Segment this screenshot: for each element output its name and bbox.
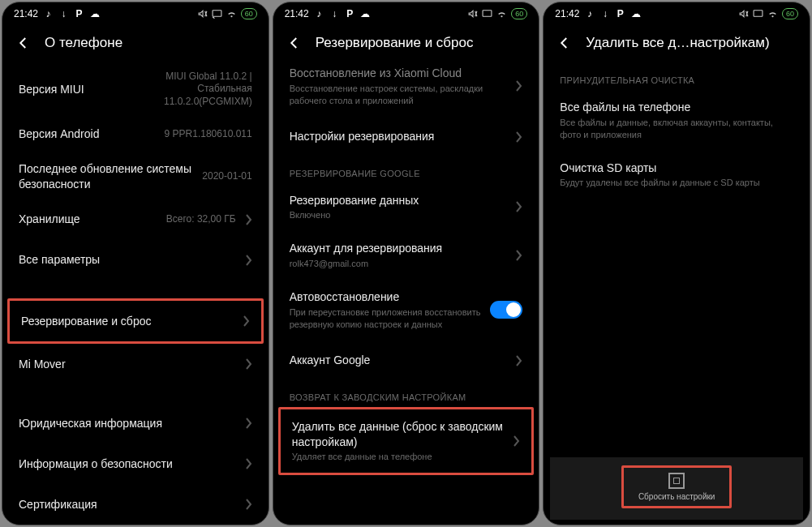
chevron-right-icon	[516, 355, 522, 366]
back-button[interactable]	[15, 35, 32, 51]
download-icon: ↓	[58, 9, 69, 19]
row-certification[interactable]: Сертификация	[2, 484, 269, 525]
phone-screen-2: 21:42 ♪ ↓ P ☁ 60 Резервирование и сброс	[273, 2, 540, 525]
phone-screen-1: 21:42 ♪ ↓ P ☁ 60 О телефоне Версия MIUI	[2, 2, 269, 525]
tiktok-icon: ♪	[314, 9, 324, 19]
download-icon: ↓	[329, 9, 340, 19]
row-all-files[interactable]: Все файлы на телефоне Все файлы и данные…	[543, 90, 810, 151]
chevron-right-icon	[516, 80, 522, 92]
row-storage[interactable]: Хранилище Всего: 32,00 ГБ	[2, 199, 269, 240]
row-data-backup[interactable]: Резервирование данных Включено	[273, 183, 539, 232]
svg-rect-2	[754, 11, 763, 17]
row-backup-settings[interactable]: Настройки резервирования	[273, 117, 539, 157]
battery-indicator: 60	[782, 8, 798, 19]
wifi-icon	[226, 9, 237, 19]
row-erase-all-data[interactable]: Удалить все данные (сброс к заводским на…	[281, 409, 532, 473]
row-legal-info[interactable]: Юридическая информация	[2, 403, 269, 443]
highlight-box-erase: Удалить все данные (сброс к заводским на…	[278, 407, 535, 476]
section-factory-reset: ВОЗВРАТ К ЗАВОДСКИМ НАСТРОЙКАМ	[273, 381, 539, 407]
row-xiaomi-cloud-restore[interactable]: Восстановление из Xiaomi Cloud Восстанов…	[273, 64, 539, 117]
page-title: Удалить все д…настройкам)	[586, 35, 797, 51]
cast-icon	[482, 9, 492, 19]
cast-icon	[212, 9, 222, 19]
reset-settings-label[interactable]: Сбросить настройки	[638, 492, 715, 501]
app-bar: Удалить все д…настройкам)	[543, 25, 810, 64]
row-backup-account[interactable]: Аккаунт для резервирования rolk473@gmail…	[273, 231, 539, 280]
phone-screen-3: 21:42 ♪ ↓ P ☁ 60 Удалить все д…настройка…	[543, 2, 810, 525]
page-title: О телефоне	[45, 35, 256, 51]
section-google-backup: РЕЗЕРВИРОВАНИЕ GOOGLE	[273, 157, 539, 183]
chevron-right-icon	[246, 499, 252, 510]
chevron-right-icon	[516, 250, 522, 261]
chevron-right-icon	[246, 358, 252, 370]
mute-icon	[197, 9, 208, 19]
p-icon: P	[615, 9, 625, 19]
reset-settings-icon[interactable]	[668, 473, 685, 489]
row-android-version[interactable]: Версия Android 9 PPR1.180610.011	[2, 114, 269, 155]
row-miui-version[interactable]: Версия MIUI MIUI Global 11.0.2 | Стабиль…	[2, 64, 269, 114]
cloud-icon: ☁	[89, 9, 100, 19]
back-button[interactable]	[556, 35, 573, 51]
wifi-icon	[767, 9, 778, 19]
chevron-right-icon	[246, 458, 252, 469]
battery-indicator: 60	[241, 8, 257, 19]
page-title: Резервирование и сброс	[316, 35, 526, 51]
row-google-account[interactable]: Аккаунт Google	[273, 341, 539, 381]
chevron-right-icon	[246, 255, 252, 266]
row-mi-mover[interactable]: Mi Mover	[2, 344, 269, 384]
tiktok-icon: ♪	[584, 9, 595, 19]
chevron-right-icon	[516, 201, 522, 212]
battery-indicator: 60	[511, 8, 527, 19]
row-security-update[interactable]: Последнее обновление системы безопасност…	[2, 155, 269, 199]
bottom-action-bar: Сбросить настройки	[550, 457, 803, 520]
status-bar: 21:42 ♪ ↓ P ☁ 60	[273, 2, 539, 25]
chevron-right-icon	[243, 315, 250, 327]
p-icon: P	[345, 9, 355, 19]
cloud-icon: ☁	[360, 9, 371, 19]
chevron-right-icon	[516, 131, 522, 143]
status-bar: 21:42 ♪ ↓ P ☁ 60	[543, 2, 810, 25]
row-backup-reset[interactable]: Резервирование и сброс	[10, 301, 261, 341]
download-icon: ↓	[599, 9, 610, 19]
section-force-cleanup: ПРИНУДИТЕЛЬНАЯ ОЧИСТКА	[543, 64, 810, 90]
status-time: 21:42	[555, 8, 579, 19]
svg-rect-0	[213, 11, 221, 17]
tiktok-icon: ♪	[43, 9, 54, 19]
p-icon: P	[74, 9, 84, 19]
chevron-right-icon	[246, 418, 252, 429]
status-bar: 21:42 ♪ ↓ P ☁ 60	[2, 2, 269, 25]
wifi-icon	[496, 9, 507, 19]
mute-icon	[467, 9, 478, 19]
status-time: 21:42	[285, 8, 309, 19]
chevron-right-icon	[513, 435, 520, 447]
highlight-box-reset: Сбросить настройки	[621, 465, 733, 508]
app-bar: О телефоне	[2, 25, 269, 64]
cloud-icon: ☁	[630, 9, 641, 19]
row-sd-card[interactable]: Очистка SD карты Будут удалены все файлы…	[543, 151, 810, 199]
cast-icon	[753, 9, 763, 19]
row-auto-restore[interactable]: Автовосстановление При переустановке при…	[273, 280, 539, 341]
back-button[interactable]	[286, 35, 303, 51]
chevron-right-icon	[246, 214, 252, 225]
mute-icon	[738, 9, 749, 19]
row-security-info[interactable]: Информация о безопасности	[2, 443, 269, 484]
highlight-box-backup: Резервирование и сброс	[7, 298, 264, 344]
svg-rect-1	[483, 11, 492, 17]
toggle-auto-restore[interactable]	[490, 301, 522, 319]
status-time: 21:42	[14, 8, 38, 19]
app-bar: Резервирование и сброс	[273, 25, 539, 64]
row-all-specs[interactable]: Все параметры	[2, 240, 269, 281]
